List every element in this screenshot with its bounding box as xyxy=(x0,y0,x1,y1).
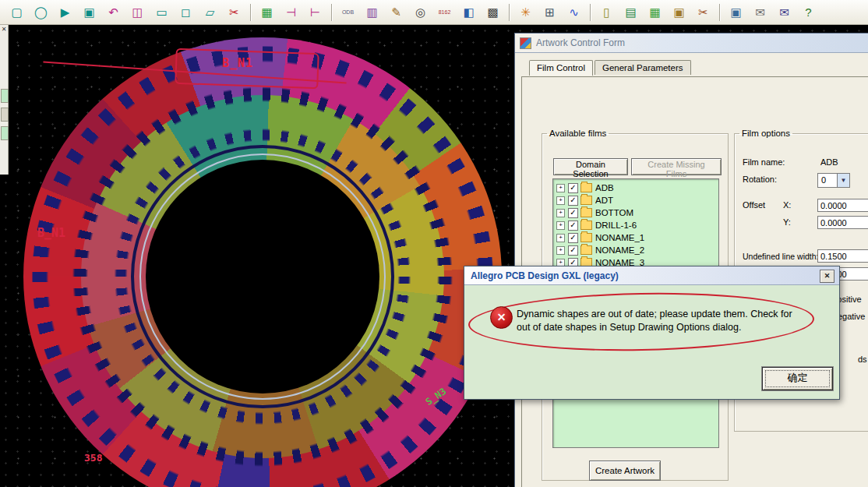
slant-tool-icon: ▱ xyxy=(206,6,215,18)
toolbar-separator xyxy=(250,4,251,21)
window-icon[interactable]: ▢ xyxy=(6,2,27,23)
undefined-line-width-input[interactable] xyxy=(817,249,868,263)
close-icon[interactable]: ✕ xyxy=(820,270,834,283)
warning-dialog-titlebar[interactable]: Allegro PCB Design GXL (legacy) xyxy=(464,266,839,285)
film-name-label: Film name: xyxy=(743,157,785,167)
undo-icon[interactable]: ↶ xyxy=(103,2,124,23)
play-icon[interactable]: ▶ xyxy=(55,2,76,23)
tool-stub-icon[interactable] xyxy=(1,89,9,103)
film-row[interactable]: +✓ADB xyxy=(556,182,718,194)
fix-tool-icon: ✳ xyxy=(520,6,531,18)
offset-x-input[interactable] xyxy=(817,199,868,212)
probe-icon[interactable]: ◎ xyxy=(410,2,431,23)
film-label: DRILL-1-6 xyxy=(595,221,637,230)
dialog-titlebar[interactable]: Artwork Control Form xyxy=(515,34,868,53)
report-icon[interactable]: ▯ xyxy=(596,2,617,23)
mail-icon[interactable]: ✉ xyxy=(750,2,771,23)
tool-stub-icon[interactable] xyxy=(1,108,9,122)
grid-icon[interactable]: ⊞ xyxy=(539,2,560,23)
film-row[interactable]: +✓BOTTOM xyxy=(556,206,718,219)
film-label: ADT xyxy=(595,196,613,205)
clipboard-icon[interactable]: ▣ xyxy=(669,2,690,23)
film-checkbox[interactable]: ✓ xyxy=(568,245,578,256)
folder-icon xyxy=(580,183,592,192)
tab-general-parameters[interactable]: General Parameters xyxy=(595,60,691,75)
film-row[interactable]: +✓NONAME_2 xyxy=(556,244,718,256)
confirm-button[interactable]: 确定 xyxy=(762,367,833,390)
close-icon[interactable]: ✕ xyxy=(0,25,8,34)
folder-icon xyxy=(580,208,592,217)
expand-icon[interactable]: + xyxy=(556,234,565,242)
expand-icon[interactable]: + xyxy=(556,196,565,205)
domain-selection-button[interactable]: Domain Selection xyxy=(553,158,628,175)
tool-stub-icon[interactable] xyxy=(1,126,9,140)
offset-label: Offset xyxy=(743,200,765,210)
pin-left-icon[interactable]: ⊣ xyxy=(281,2,302,23)
rect-tool-icon[interactable]: ▭ xyxy=(151,2,172,23)
shears-icon[interactable]: ✂ xyxy=(693,2,714,23)
oval-tool-icon[interactable]: ◻ xyxy=(175,2,196,23)
odb-export-icon[interactable]: ODB xyxy=(337,2,358,23)
script-pen-icon: ✎ xyxy=(391,6,401,18)
mirror-icon[interactable]: ◫ xyxy=(127,2,148,23)
artwork-control-form: Artwork Control Form Film Control Genera… xyxy=(514,33,868,487)
fix-tool-icon[interactable]: ✳ xyxy=(515,2,536,23)
copy-icon[interactable]: ▣ xyxy=(79,2,100,23)
mirror-icon: ◫ xyxy=(132,6,143,18)
new-window-icon[interactable]: ▣ xyxy=(725,2,746,23)
refdes-icon[interactable]: 8162 xyxy=(434,2,455,23)
slant-tool-icon[interactable]: ▱ xyxy=(199,2,221,23)
pin-span-icon[interactable]: ⊢ xyxy=(305,2,326,23)
film-checkbox[interactable]: ✓ xyxy=(568,221,578,231)
signal-wave-icon[interactable]: ∿ xyxy=(563,2,584,23)
error-icon: ✕ xyxy=(490,306,513,329)
film-checkbox[interactable]: ✓ xyxy=(568,208,578,218)
warning-message-line2: out of date shapes in Setup Drawing Opti… xyxy=(517,322,741,333)
pattern-icon[interactable]: ▩ xyxy=(482,2,503,23)
offset-y-input[interactable] xyxy=(817,216,868,229)
film-label: NONAME_1 xyxy=(595,233,644,242)
copy-icon: ▣ xyxy=(83,6,94,18)
expand-icon[interactable]: + xyxy=(556,221,565,230)
play-icon: ▶ xyxy=(61,6,70,18)
cut-icon[interactable]: ✂ xyxy=(224,2,245,23)
toolbar-separator xyxy=(719,4,720,21)
warning-dialog-title: Allegro PCB Design GXL (legacy) xyxy=(471,270,619,281)
oval-tool-icon: ◻ xyxy=(181,6,190,18)
refdes-icon: 8162 xyxy=(439,9,451,15)
manual-icon[interactable]: ▤ xyxy=(620,2,641,23)
toolbar-separator xyxy=(509,4,510,21)
film-row[interactable]: +✓DRILL-1-6 xyxy=(556,219,718,231)
component-icon: ▦ xyxy=(261,6,272,18)
film-options-title: Film options xyxy=(739,129,792,138)
circle-tool-icon[interactable]: ◯ xyxy=(30,2,51,23)
film-checkbox[interactable]: ✓ xyxy=(568,183,578,193)
rect-tool-icon: ▭ xyxy=(156,6,167,18)
chevron-down-icon[interactable]: ▼ xyxy=(837,174,849,187)
film-row[interactable]: +✓NONAME_1 xyxy=(556,231,718,244)
pattern-icon: ▩ xyxy=(487,6,498,18)
schedule-icon[interactable]: ▦ xyxy=(644,2,665,23)
film-checkbox[interactable]: ✓ xyxy=(568,196,578,206)
send-mail-icon[interactable]: ✉ xyxy=(774,2,795,23)
film-checkbox[interactable]: ✓ xyxy=(568,233,578,243)
film-row[interactable]: +✓ADT xyxy=(556,194,718,206)
tab-film-control[interactable]: Film Control xyxy=(529,60,593,76)
shears-icon: ✂ xyxy=(698,6,708,18)
cut-icon: ✂ xyxy=(229,6,239,18)
library-icon[interactable]: ▥ xyxy=(362,2,383,23)
rotation-select[interactable]: 0 ▼ xyxy=(817,173,850,188)
floorplan-icon[interactable]: ◧ xyxy=(458,2,479,23)
component-icon[interactable]: ▦ xyxy=(256,2,277,23)
schedule-icon: ▦ xyxy=(649,6,660,18)
expand-icon[interactable]: + xyxy=(556,184,565,192)
create-artwork-button[interactable]: Create Artwork xyxy=(589,461,661,481)
help-icon[interactable]: ? xyxy=(798,2,819,23)
expand-icon[interactable]: + xyxy=(556,246,565,255)
clipboard-icon: ▣ xyxy=(673,6,684,18)
odb-export-icon: ODB xyxy=(342,9,354,15)
expand-icon[interactable]: + xyxy=(556,209,565,217)
warning-dialog: Allegro PCB Design GXL (legacy) ✕ ✕ Dyna… xyxy=(464,266,840,400)
film-label: BOTTOM xyxy=(595,208,633,217)
script-pen-icon[interactable]: ✎ xyxy=(386,2,407,23)
